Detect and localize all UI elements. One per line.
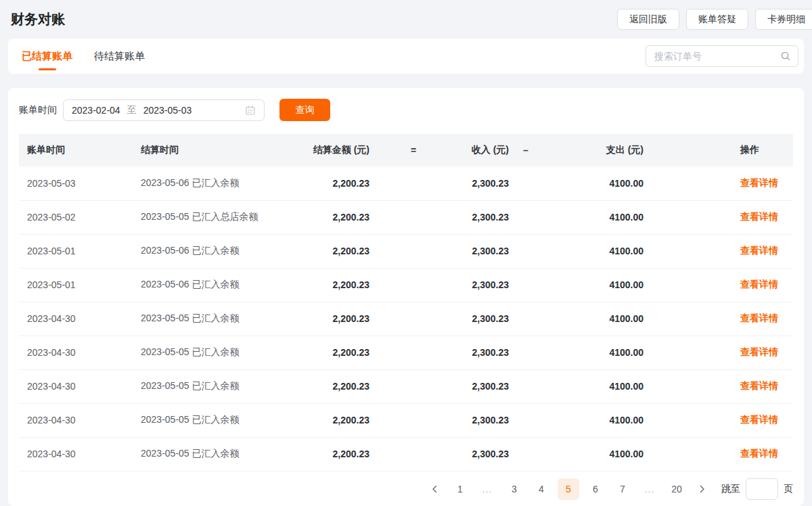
spacer-cell [369, 336, 457, 369]
bill-date-cell: 2023-04-30 [19, 437, 141, 471]
spacer-cell [509, 336, 543, 369]
income-cell: 2,300.23 [457, 200, 509, 234]
page-list: 1 ... 3 4 5 6 7 ... 20 [449, 478, 687, 500]
tab-bar: 已结算账单 待结算账单 [8, 39, 804, 74]
coupon-detail-button[interactable]: 卡券明细 [755, 9, 812, 30]
actions-cell: 查看详情 [644, 336, 793, 369]
header-actions: 返回旧版 账单答疑 卡券明细 [617, 9, 812, 30]
view-detail-link[interactable]: 查看详情 [740, 346, 778, 357]
date-range-picker[interactable]: 2023-02-04 至 2023-05-03 [63, 99, 265, 121]
actions-cell: 查看详情 [644, 166, 793, 200]
order-search-input[interactable] [654, 51, 780, 62]
header-equals-sign: = [369, 134, 457, 166]
bill-date-cell: 2023-05-02 [19, 200, 141, 234]
actions-cell: 查看详情 [644, 268, 793, 302]
page-number[interactable]: 4 [531, 478, 552, 500]
settle-time-cell: 2023-05-05 已汇入余额 [141, 302, 303, 336]
date-separator: 至 [127, 104, 137, 116]
view-detail-link[interactable]: 查看详情 [740, 245, 778, 256]
settle-time-cell: 2023-05-05 已汇入余额 [141, 403, 303, 437]
bill-date-cell: 2023-04-30 [19, 403, 141, 437]
table-row: 2023-04-30 2023-05-05 已汇入余额 2,200.23 2,3… [19, 403, 793, 437]
bill-date-cell: 2023-04-30 [19, 336, 141, 369]
view-detail-link[interactable]: 查看详情 [740, 414, 778, 425]
header-income: 收入 (元) [457, 134, 509, 166]
page-number[interactable]: 20 [666, 478, 687, 500]
table-row: 2023-04-30 2023-05-05 已汇入余额 2,200.23 2,3… [19, 369, 793, 403]
spacer-cell [369, 403, 457, 437]
view-detail-link[interactable]: 查看详情 [740, 380, 778, 391]
prev-page-icon[interactable] [426, 478, 444, 500]
spacer-cell [509, 403, 543, 437]
order-search-box [646, 45, 798, 67]
income-cell: 2,300.23 [457, 234, 509, 268]
bill-date-cell: 2023-05-01 [19, 268, 141, 302]
tab-unsettled-bills[interactable]: 待结算账单 [91, 39, 148, 74]
page-number[interactable]: 7 [612, 478, 633, 500]
spacer-cell [509, 200, 543, 234]
header-settle-amount: 结算金额 (元) [303, 134, 369, 166]
settle-amount-cell: 2,200.23 [303, 302, 369, 336]
page-unit-label: 页 [784, 483, 793, 495]
header-expense: 支出 (元) [543, 134, 644, 166]
view-detail-link[interactable]: 查看详情 [740, 448, 778, 459]
next-page-icon[interactable] [693, 478, 710, 500]
actions-cell: 查看详情 [644, 200, 793, 234]
expense-cell: 4100.00 [543, 336, 644, 369]
expense-cell: 4100.00 [543, 437, 644, 471]
jump-prev-ellipsis[interactable]: ... [476, 478, 498, 500]
settle-amount-cell: 2,200.23 [303, 403, 369, 437]
jump-page-input[interactable] [746, 478, 778, 500]
spacer-cell [369, 302, 457, 336]
spacer-cell [369, 369, 457, 403]
back-to-old-version-button[interactable]: 返回旧版 [617, 9, 679, 30]
spacer-cell [369, 234, 457, 268]
income-cell: 2,300.23 [457, 369, 509, 403]
bill-date-cell: 2023-05-03 [19, 166, 141, 200]
main-content-card: 账单时间 2023-02-04 至 2023-05-03 查询 [8, 88, 804, 506]
settle-amount-cell: 2,200.23 [303, 166, 369, 200]
view-detail-link[interactable]: 查看详情 [740, 279, 778, 290]
settle-time-cell: 2023-05-05 已汇入余额 [141, 369, 303, 403]
view-detail-link[interactable]: 查看详情 [740, 313, 778, 323]
calendar-icon [245, 105, 256, 116]
table-row: 2023-05-01 2023-05-06 已汇入余额 2,200.23 2,3… [19, 234, 793, 268]
expense-cell: 4100.00 [543, 403, 644, 437]
actions-cell: 查看详情 [644, 234, 793, 268]
income-cell: 2,300.23 [457, 437, 509, 471]
expense-cell: 4100.00 [543, 369, 644, 403]
settle-amount-cell: 2,200.23 [303, 200, 369, 234]
view-detail-link[interactable]: 查看详情 [740, 211, 778, 222]
income-cell: 2,300.23 [457, 302, 509, 336]
jump-next-ellipsis[interactable]: ... [639, 478, 660, 500]
page-number[interactable]: 6 [585, 478, 606, 500]
table-header: 账单时间 结算时间 结算金额 (元) = 收入 (元) – 支出 (元) 操作 [19, 134, 793, 166]
table-row: 2023-04-30 2023-05-05 已汇入余额 2,200.23 2,3… [19, 437, 793, 471]
expense-cell: 4100.00 [543, 166, 644, 200]
income-cell: 2,300.23 [457, 166, 509, 200]
settle-amount-cell: 2,200.23 [303, 369, 369, 403]
view-detail-link[interactable]: 查看详情 [740, 177, 778, 188]
expense-cell: 4100.00 [543, 200, 644, 234]
table-row: 2023-05-03 2023-05-06 已汇入余额 2,200.23 2,3… [19, 166, 793, 200]
search-icon[interactable] [780, 51, 791, 62]
bill-faq-button[interactable]: 账单答疑 [686, 9, 748, 30]
page-number-active[interactable]: 5 [558, 478, 579, 500]
actions-cell: 查看详情 [644, 369, 793, 403]
settle-amount-cell: 2,200.23 [303, 234, 369, 268]
spacer-cell [509, 437, 543, 471]
page-number[interactable]: 3 [503, 478, 525, 500]
bills-table: 账单时间 结算时间 结算金额 (元) = 收入 (元) – 支出 (元) 操作 … [19, 134, 793, 472]
table-row: 2023-05-01 2023-05-06 已汇入余额 2,200.23 2,3… [19, 268, 793, 302]
income-cell: 2,300.23 [457, 336, 509, 369]
spacer-cell [509, 166, 543, 200]
tab-settled-bills[interactable]: 已结算账单 [19, 39, 75, 74]
settle-time-cell: 2023-05-05 已汇入总店余额 [141, 200, 303, 234]
spacer-cell [509, 268, 543, 302]
expense-cell: 4100.00 [543, 268, 644, 302]
page-number[interactable]: 1 [449, 478, 471, 500]
bill-date-cell: 2023-05-01 [19, 234, 141, 268]
query-button[interactable]: 查询 [279, 99, 330, 121]
settle-time-cell: 2023-05-05 已汇入余额 [141, 336, 303, 369]
settle-amount-cell: 2,200.23 [303, 437, 369, 471]
